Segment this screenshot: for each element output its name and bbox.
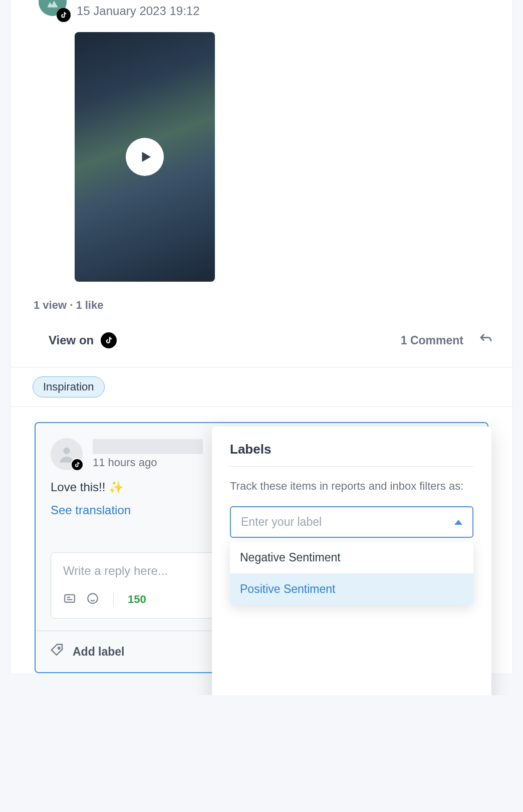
- label-option[interactable]: Positive Sentiment: [230, 573, 473, 605]
- toolbar-separator: [113, 592, 114, 606]
- play-icon: [138, 149, 153, 164]
- tiktok-badge-icon: [57, 8, 71, 22]
- label-select[interactable]: Enter your label: [230, 506, 473, 538]
- view-on-label: View on: [49, 333, 94, 347]
- caret-up-icon: [454, 520, 462, 525]
- post-actions-row: View on 1 Comment: [11, 312, 512, 367]
- comment-timestamp: 11 hours ago: [93, 456, 203, 469]
- tiktok-badge-icon: [71, 458, 84, 471]
- svg-point-2: [88, 593, 98, 603]
- video-thumbnail[interactable]: [75, 32, 215, 282]
- label-option[interactable]: Negative Sentiment: [230, 542, 473, 573]
- tag-icon: [50, 643, 65, 660]
- author-avatar[interactable]: [39, 2, 69, 20]
- labels-popover-description: Track these items in reports and inbox f…: [230, 478, 473, 494]
- svg-point-0: [63, 448, 70, 454]
- tag-pill[interactable]: Inspiration: [33, 376, 105, 397]
- saved-replies-icon[interactable]: [63, 592, 76, 607]
- commenter-name-redacted: [93, 439, 203, 454]
- add-label-text: Add label: [73, 645, 125, 659]
- post-header: 15 January 2023 19:12: [11, 0, 512, 20]
- play-button[interactable]: [126, 138, 164, 176]
- svg-point-4: [58, 647, 60, 649]
- tags-row: Inspiration: [11, 367, 512, 407]
- commenter-avatar[interactable]: [51, 438, 83, 470]
- label-select-placeholder: Enter your label: [241, 515, 322, 529]
- avatar-placeholder-icon: [45, 0, 61, 10]
- emoji-icon[interactable]: [86, 592, 99, 607]
- reply-icon[interactable]: [478, 332, 493, 349]
- post-stats: 1 view · 1 like: [11, 282, 512, 312]
- labels-popover: Labels Track these items in reports and …: [212, 427, 491, 695]
- label-options-list: Negative Sentiment Positive Sentiment: [230, 542, 473, 605]
- char-count: 150: [128, 593, 146, 606]
- comment-count[interactable]: 1 Comment: [401, 334, 463, 347]
- comment-card: 11 hours ago Love this!! ✨ See translati…: [35, 422, 488, 673]
- view-on-platform-link[interactable]: View on: [49, 332, 117, 348]
- svg-rect-1: [65, 594, 75, 602]
- labels-popover-title: Labels: [230, 442, 473, 467]
- post-timestamp: 15 January 2023 19:12: [77, 4, 200, 18]
- tiktok-icon: [101, 332, 117, 348]
